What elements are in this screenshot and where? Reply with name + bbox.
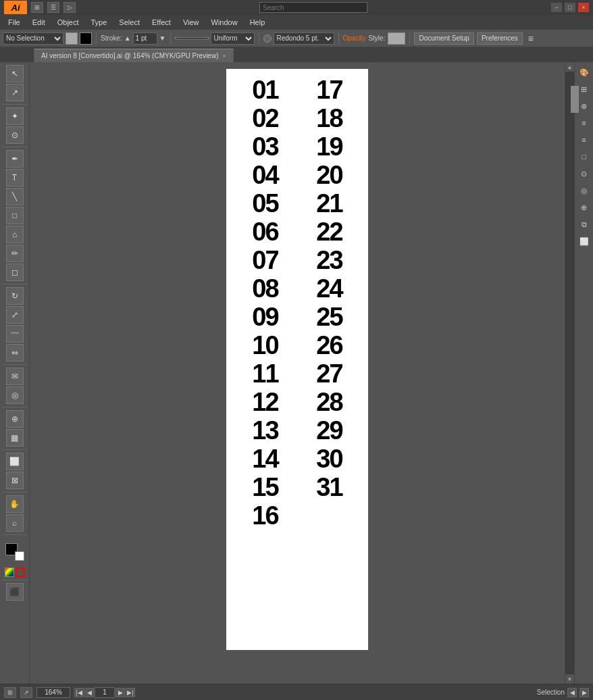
menu-file[interactable]: File	[3, 17, 26, 28]
canvas-area[interactable]: 0117021803190420052106220723082409251026…	[30, 62, 565, 684]
number-cell-right-5: 21	[297, 189, 361, 218]
tool-sep-6	[3, 449, 27, 450]
pen-tool[interactable]: ✒	[6, 150, 24, 168]
status-next-btn[interactable]: ▶	[579, 688, 589, 697]
selection-dropdown[interactable]: No Selection	[3, 32, 63, 45]
panel-icon-2[interactable]: ⊞	[577, 82, 592, 97]
tab-close-button[interactable]: ×	[222, 53, 226, 59]
menu-edit[interactable]: Edit	[27, 17, 51, 28]
stroke-label: Stroke:	[101, 34, 122, 42]
font-select[interactable]: Redondo 5 pt.	[274, 32, 334, 45]
prefs-button[interactable]: Preferences	[477, 32, 523, 45]
panel-icon-11[interactable]: ⬜	[577, 234, 592, 249]
fill-color[interactable]	[66, 32, 78, 45]
status-prev-btn[interactable]: ◀	[567, 688, 577, 697]
number-cell-left-12: 12	[233, 388, 297, 416]
search-input[interactable]	[259, 2, 367, 13]
stroke-down-arrow[interactable]: ▼	[159, 34, 166, 42]
minimize-button[interactable]: −	[551, 3, 562, 12]
stroke-up-arrow[interactable]: ▲	[124, 34, 131, 42]
zoom-input[interactable]	[36, 687, 70, 698]
number-text-right-6: 22	[316, 219, 342, 245]
symbol-tool[interactable]: ⊕	[6, 410, 24, 428]
type-tool[interactable]: T	[6, 169, 24, 186]
slice-tool[interactable]: ⊠	[6, 472, 24, 489]
none-icon[interactable]	[16, 568, 25, 577]
page-last-btn[interactable]: ▶|	[126, 688, 135, 697]
number-cell-left-6: 06	[233, 218, 297, 246]
status-arrow-btn[interactable]: ↗	[20, 687, 32, 698]
panel-icon-9[interactable]: ⊕	[577, 200, 592, 215]
document-tab[interactable]: AI version 8 [Convertido].ai @ 164% (CMY…	[34, 49, 234, 62]
number-text-right-8: 24	[316, 276, 342, 301]
number-text-right-3: 19	[316, 134, 342, 159]
number-cell-left-5: 05	[233, 189, 297, 218]
stroke-swatch[interactable]	[15, 551, 24, 561]
uniform-select[interactable]: Uniform	[211, 32, 255, 45]
title-icon-1[interactable]: ⊞	[31, 2, 43, 13]
title-icon-3[interactable]: ▷	[63, 2, 76, 13]
rotate-tool[interactable]: ↻	[6, 287, 24, 305]
style-box[interactable]	[388, 32, 405, 45]
eraser-tool[interactable]: ◻	[6, 264, 24, 281]
menu-view[interactable]: View	[178, 17, 205, 28]
hand-tool[interactable]: ✋	[6, 495, 24, 513]
direct-selection-tool[interactable]: ↗	[6, 84, 24, 101]
stroke-input[interactable]	[133, 32, 157, 45]
paintbrush-tool[interactable]: ⌂	[6, 226, 24, 243]
maximize-button[interactable]: □	[565, 3, 575, 12]
number-text-left-7: 07	[252, 247, 278, 273]
tool-sep-8	[3, 534, 27, 535]
lasso-tool[interactable]: ⊙	[6, 126, 24, 144]
numbers-grid: 0117021803190420052106220723082409251026…	[233, 76, 361, 530]
blend-tool[interactable]: ◎	[6, 386, 24, 404]
gradient-icon[interactable]	[5, 568, 14, 577]
status-icon-btn[interactable]: ⊞	[4, 687, 16, 698]
line-tool[interactable]: ╲	[6, 188, 24, 205]
panel-icon-3[interactable]: ⊗	[577, 99, 592, 114]
menu-object[interactable]: Object	[52, 17, 84, 28]
page-first-btn[interactable]: |◀	[74, 688, 84, 697]
tab-label: AI version 8 [Convertido].ai @ 164% (CMY…	[41, 52, 218, 59]
page-next-btn[interactable]: ▶	[115, 688, 125, 697]
doc-setup-button[interactable]: Document Setup	[414, 32, 474, 45]
shape-tool[interactable]: □	[6, 207, 24, 224]
magic-wand-tool[interactable]: ✦	[6, 107, 24, 125]
graph-tool[interactable]: ▦	[6, 429, 24, 447]
artboard-tool[interactable]: ⬜	[6, 453, 24, 470]
panel-icon-7[interactable]: ⊙	[577, 166, 592, 181]
close-button[interactable]: ×	[578, 3, 589, 12]
panel-icon-4[interactable]: ≡	[577, 116, 592, 130]
title-bar-left: Ai ⊞ ☰ ▷	[4, 1, 76, 14]
title-icon-2[interactable]: ☰	[47, 2, 59, 13]
eyedropper-tool[interactable]: ✉	[6, 368, 24, 385]
panel-icon-10[interactable]: ⧉	[577, 217, 592, 232]
scroll-down-arrow[interactable]: ▼	[565, 674, 575, 684]
panel-icon-8[interactable]: ◎	[577, 183, 592, 198]
zoom-tool[interactable]: ⌕	[6, 514, 24, 532]
toolbar-extra-icon[interactable]: ≡	[528, 33, 534, 44]
page-prev-btn[interactable]: ◀	[84, 688, 94, 697]
stroke-color[interactable]	[80, 32, 92, 45]
menu-effect[interactable]: Effect	[147, 17, 176, 28]
pencil-tool[interactable]: ✏	[6, 245, 24, 262]
warp-tool[interactable]: 〰	[6, 325, 24, 343]
number-cell-right-2: 18	[297, 104, 361, 132]
number-cell-left-15: 15	[233, 473, 297, 501]
selection-tool[interactable]: ↖	[6, 65, 24, 82]
panel-icon-5[interactable]: ≡	[577, 132, 592, 147]
menu-type[interactable]: Type	[86, 17, 113, 28]
number-text-left-15: 15	[252, 474, 278, 500]
page-input[interactable]	[95, 687, 115, 698]
scroll-thumb[interactable]	[571, 86, 579, 113]
scrollbar-right[interactable]: ▲ ▼	[565, 62, 574, 684]
scale-tool[interactable]: ⤢	[6, 306, 24, 324]
screen-mode-tool[interactable]: ⬛	[6, 583, 24, 601]
width-tool[interactable]: ⇔	[6, 344, 24, 361]
menu-help[interactable]: Help	[244, 17, 271, 28]
scroll-up-arrow[interactable]: ▲	[565, 62, 575, 72]
menu-window[interactable]: Window	[206, 17, 243, 28]
panel-icon-6[interactable]: □	[577, 149, 592, 164]
menu-select[interactable]: Select	[113, 17, 145, 28]
panel-icon-1[interactable]: 🎨	[577, 65, 592, 80]
